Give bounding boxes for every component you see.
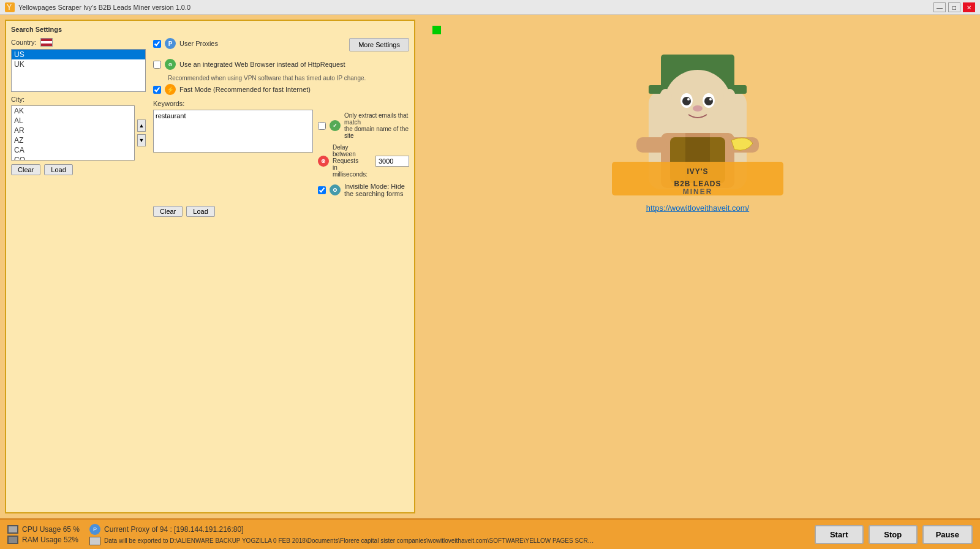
fast-mode-row: ⚡ Fast Mode (Recommended for fast Intern… <box>153 84 409 95</box>
svg-rect-19 <box>636 137 667 153</box>
export-path-text: Data will be exported to D:\ALIENWARE BA… <box>104 537 594 544</box>
email-filter-icon: ✓ <box>330 120 341 131</box>
chrome-icon: G <box>165 59 176 70</box>
city-item-ar[interactable]: AR <box>12 126 134 135</box>
svg-point-14 <box>723 89 736 106</box>
email-filter-section: ✓ Only extract emails that matchthe doma… <box>318 110 409 202</box>
email-filter-checkbox[interactable] <box>318 122 326 130</box>
invisible-mode-label: Invisible Mode: Hide the searching forms <box>344 183 409 197</box>
load-keywords-button[interactable]: Load <box>186 206 214 217</box>
svg-point-11 <box>709 98 712 100</box>
usage-col: CPU Usage 65 % RAM Usage 52% <box>7 525 80 544</box>
mascot-area: IVY'S B2B LEADS MINER <box>606 39 790 199</box>
city-scroll-down[interactable]: ▼ <box>137 134 146 146</box>
country-label: Country: <box>11 39 37 46</box>
clear-city-button[interactable]: Clear <box>11 164 40 175</box>
search-settings-panel: Search Settings Country: US UK City: AK … <box>5 20 415 513</box>
status-dot <box>432 26 441 34</box>
fast-mode-label: Fast Mode (Recommended for fast Internet… <box>179 86 311 93</box>
city-btn-row: Clear Load <box>11 164 146 175</box>
window-controls: — □ ✕ <box>933 2 975 12</box>
right-column: P User Proxies More Settings G Use an in… <box>153 38 409 217</box>
app-title: Yellowpages Scraper Ivy's B2B Leads Mine… <box>18 4 975 11</box>
email-filter-label: Only extract emails that matchthe domain… <box>344 112 409 139</box>
control-buttons: Start Stop Pause <box>815 525 973 544</box>
ram-icon <box>7 536 18 544</box>
web-browser-checkbox[interactable] <box>153 61 161 69</box>
cpu-label: CPU Usage 65 % <box>22 525 80 534</box>
invisible-icon: ⊙ <box>330 184 341 195</box>
web-browser-note: Recommended when using VPN software that… <box>168 75 409 81</box>
right-panel: IVY'S B2B LEADS MINER https://wowitlovei… <box>420 20 975 513</box>
country-item-us[interactable]: US <box>12 50 145 59</box>
svg-point-12 <box>693 105 703 112</box>
export-path-icon <box>89 537 100 545</box>
title-bar: Y Yellowpages Scraper Ivy's B2B Leads Mi… <box>0 0 980 15</box>
proxy-row: P Current Proxy of 94 : [198.144.191.216… <box>89 524 594 535</box>
svg-point-8 <box>682 97 691 105</box>
invisible-mode-row: ⊙ Invisible Mode: Hide the searching for… <box>318 183 409 197</box>
app-icon: Y <box>5 2 15 12</box>
close-button[interactable]: ✕ <box>963 2 975 12</box>
city-item-al[interactable]: AL <box>12 116 134 126</box>
city-item-ca[interactable]: CA <box>12 145 134 155</box>
country-listbox[interactable]: US UK <box>11 49 146 92</box>
delay-input[interactable] <box>375 156 409 167</box>
left-column: Country: US UK City: AK AL AR AZ CA CO <box>11 38 146 217</box>
city-item-co[interactable]: CO <box>12 155 134 161</box>
keywords-input[interactable]: restaurant <box>153 110 313 153</box>
svg-text:B2B LEADS: B2B LEADS <box>674 180 721 188</box>
city-listbox[interactable]: AK AL AR AZ CA CO CT <box>11 105 135 161</box>
country-flag <box>40 38 53 47</box>
city-item-az[interactable]: AZ <box>12 135 134 145</box>
delay-label: Delay between Requestsin milliseconds: <box>333 144 372 178</box>
web-browser-label: Use an integrated Web Browser instead of… <box>179 61 345 68</box>
proxies-section: P User Proxies <box>153 38 218 54</box>
proxy-text: Current Proxy of 94 : [198.144.191.216:8… <box>104 525 243 534</box>
website-link[interactable]: https://wowitloveithaveit.com/ <box>646 203 749 213</box>
user-proxies-label: User Proxies <box>179 40 218 47</box>
city-scroll-up[interactable]: ▲ <box>137 119 146 132</box>
export-path-row: Data will be exported to D:\ALIENWARE BA… <box>89 537 594 545</box>
proxy-icon: P <box>165 38 176 49</box>
fast-mode-checkbox[interactable] <box>153 86 161 94</box>
minimize-button[interactable]: — <box>933 2 946 12</box>
svg-text:Y: Y <box>7 3 12 12</box>
email-filter-row: ✓ Only extract emails that matchthe doma… <box>318 112 409 139</box>
more-settings-button[interactable]: More Settings <box>349 38 409 51</box>
svg-point-9 <box>704 97 713 105</box>
search-settings-title: Search Settings <box>11 26 409 33</box>
cpu-row: CPU Usage 65 % <box>7 525 80 534</box>
proxy-export-col: P Current Proxy of 94 : [198.144.191.216… <box>89 524 594 545</box>
start-button[interactable]: Start <box>815 525 864 544</box>
status-bar: CPU Usage 65 % RAM Usage 52% P Current P… <box>0 518 980 549</box>
clear-keywords-button[interactable]: Clear <box>153 206 183 217</box>
restore-button[interactable]: □ <box>948 2 960 12</box>
proxy-status-icon: P <box>89 524 100 535</box>
country-item-uk[interactable]: UK <box>12 59 145 69</box>
pause-button[interactable]: Pause <box>922 525 973 544</box>
ram-label: RAM Usage 52% <box>22 536 78 544</box>
city-item-ak[interactable]: AK <box>12 106 134 116</box>
svg-point-10 <box>687 98 690 100</box>
keywords-btn-row: Clear Load <box>153 206 409 217</box>
invisible-mode-checkbox[interactable] <box>318 186 326 194</box>
stop-button[interactable]: Stop <box>869 525 918 544</box>
keywords-label: Keywords: <box>153 100 409 107</box>
settings-inner: Country: US UK City: AK AL AR AZ CA CO <box>11 38 409 217</box>
main-content: Search Settings Country: US UK City: AK … <box>0 15 980 518</box>
delay-row: ⊗ Delay between Requestsin milliseconds: <box>318 144 409 178</box>
svg-point-13 <box>660 89 672 106</box>
svg-text:IVY'S: IVY'S <box>687 167 708 176</box>
user-proxies-checkbox[interactable] <box>153 40 161 48</box>
city-label: City: <box>11 96 146 103</box>
delay-icon: ⊗ <box>318 156 329 167</box>
svg-text:MINER: MINER <box>683 187 713 195</box>
user-proxies-row: P User Proxies <box>153 38 218 49</box>
web-browser-row: G Use an integrated Web Browser instead … <box>153 59 409 70</box>
load-city-button[interactable]: Load <box>44 164 72 175</box>
cpu-icon <box>7 525 18 534</box>
svg-point-5 <box>664 70 731 137</box>
country-row: Country: <box>11 38 146 47</box>
fast-icon: ⚡ <box>165 84 176 95</box>
